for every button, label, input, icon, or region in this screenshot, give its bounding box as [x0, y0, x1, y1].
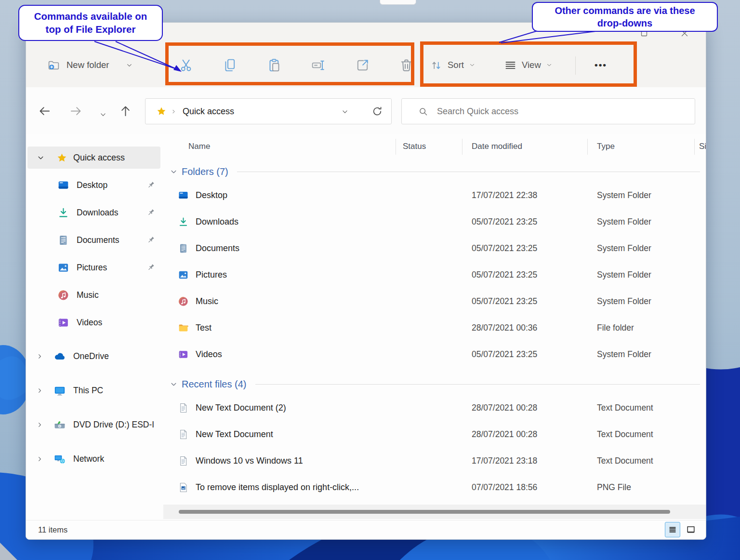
details-view-toggle[interactable] [665, 522, 680, 537]
file-row-windows-10-vs-windows-11[interactable]: Windows 10 vs Windows 1117/07/2021 23:18… [163, 448, 706, 474]
new-folder-button[interactable]: New folder [47, 54, 132, 76]
sidebar-item-videos[interactable]: Videos [26, 309, 163, 336]
textdoc-icon [178, 402, 189, 413]
back-button[interactable] [37, 104, 52, 118]
pictures-icon [178, 269, 189, 280]
file-row-to-remove-items-displayed-on-right-click[interactable]: To remove items displayed on right-click… [163, 474, 706, 501]
horizontal-scrollbar[interactable] [163, 505, 706, 519]
file-row-new-text-document-2[interactable]: New Text Document (2)28/07/2021 00:28Tex… [163, 395, 706, 421]
column-header-date-modified[interactable]: Date modified [472, 134, 522, 159]
chevron-down-icon [469, 62, 475, 68]
back-icon [38, 105, 51, 118]
callout-dropdowns: Other commands are via these drop-downs [532, 2, 718, 32]
sidebar-item-dvd-drive-d-esd-i[interactable]: DVD Drive (D:) ESD-I [26, 408, 163, 442]
see-more-button[interactable]: ••• [585, 54, 617, 76]
file-row-downloads[interactable]: Downloads05/07/2021 23:25System Folder [163, 209, 706, 235]
paste-button[interactable] [259, 53, 290, 77]
column-separator[interactable] [462, 139, 462, 155]
sidebar-item-downloads[interactable]: Downloads [26, 199, 163, 227]
cut-button[interactable] [171, 53, 201, 77]
file-row-music[interactable]: Music05/07/2021 23:25System Folder [163, 288, 706, 315]
file-name: Videos [196, 349, 222, 360]
refresh-icon [371, 106, 383, 117]
desktop-icon [178, 190, 189, 201]
chevron-down-icon [100, 111, 106, 118]
file-row-desktop[interactable]: Desktop17/07/2021 22:38System Folder [163, 182, 706, 209]
pin-icon [146, 263, 156, 272]
column-header-si[interactable]: Si [699, 134, 706, 159]
chev-right-icon [37, 387, 43, 394]
rename-button[interactable] [303, 53, 334, 77]
sidebar-item-quick-access[interactable]: Quick access [27, 147, 160, 169]
group-header[interactable]: Folders (7) [163, 161, 706, 182]
recent-locations-button[interactable] [95, 107, 111, 121]
file-date-cell: 05/07/2021 23:25 [462, 349, 587, 360]
sidebar-item-music[interactable]: Music [26, 281, 163, 309]
file-row-test[interactable]: Test28/07/2021 00:36File folder [163, 315, 706, 341]
refresh-button[interactable] [371, 105, 383, 118]
address-dropdown-button[interactable] [342, 108, 348, 115]
copy-button[interactable] [215, 53, 246, 77]
file-name: To remove items displayed on right-click… [196, 482, 359, 493]
file-date-cell: 28/07/2021 00:28 [462, 403, 587, 413]
sidebar-item-network[interactable]: Network [26, 442, 163, 476]
sort-icon [430, 59, 443, 72]
navigation-pane: Quick access DesktopDownloadsDocumentsPi… [26, 134, 163, 520]
file-row-pictures[interactable]: Pictures05/07/2021 23:25System Folder [163, 262, 706, 288]
file-name-cell: New Text Document (2) [163, 402, 462, 413]
file-row-documents[interactable]: Documents05/07/2021 23:25System Folder [163, 235, 706, 262]
sort-dropdown[interactable]: Sort [430, 54, 475, 76]
chev-right-icon [37, 456, 43, 462]
callout-text: top of File Explorer [21, 23, 160, 36]
quick-access-items: DesktopDownloadsDocumentsPicturesMusicVi… [26, 172, 163, 336]
file-name: New Text Document [196, 429, 273, 440]
address-bar[interactable]: Quick access [145, 98, 392, 124]
column-header-type[interactable]: Type [597, 134, 615, 159]
large-icons-view-toggle[interactable] [683, 522, 699, 537]
file-type-cell: System Folder [587, 270, 698, 280]
copy-icon [223, 58, 238, 73]
sidebar-item-label: Videos [77, 318, 102, 328]
delete-button[interactable] [391, 53, 422, 77]
file-name: Downloads [196, 217, 238, 227]
file-date-cell: 05/07/2021 23:25 [462, 217, 587, 227]
breadcrumb[interactable]: Quick access [183, 107, 234, 117]
sidebar-item-onedrive[interactable]: OneDrive [26, 339, 163, 373]
chevron-down-icon[interactable] [37, 154, 44, 161]
sidebar-item-pictures[interactable]: Pictures [26, 254, 163, 281]
file-explorer-window: New folder Sort View ••• [26, 22, 706, 540]
sidebar-item-desktop[interactable]: Desktop [26, 172, 163, 199]
search-input[interactable] [436, 106, 695, 117]
group-header[interactable]: Recent files (4) [163, 373, 706, 395]
column-separator[interactable] [587, 139, 588, 155]
sidebar-item-this-pc[interactable]: This PC [26, 373, 163, 408]
column-separator[interactable] [694, 139, 695, 155]
file-type-cell: System Folder [587, 190, 698, 200]
share-button[interactable] [347, 53, 378, 77]
quick-access-star-icon [156, 106, 167, 117]
share-icon [355, 58, 370, 73]
large-icons-view-icon [686, 524, 696, 535]
file-row-videos[interactable]: Videos05/07/2021 23:25System Folder [163, 341, 706, 368]
up-button[interactable] [118, 104, 133, 118]
column-header-status[interactable]: Status [403, 134, 426, 159]
sidebar-item-documents[interactable]: Documents [26, 227, 163, 254]
file-date-cell: 28/07/2021 00:28 [462, 429, 587, 440]
sidebar-item-label: Pictures [77, 263, 107, 273]
file-name-cell: Test [163, 322, 462, 333]
column-header-name[interactable]: Name [188, 134, 210, 159]
file-group-folders-7: Folders (7)Desktop17/07/2021 22:38System… [163, 161, 706, 368]
file-row-new-text-document[interactable]: New Text Document28/07/2021 00:28Text Do… [163, 421, 706, 448]
downloads-icon [178, 216, 189, 227]
column-separator[interactable] [396, 139, 396, 155]
pictures-icon [57, 262, 69, 274]
view-dropdown[interactable]: View [504, 54, 552, 76]
file-date-cell: 05/07/2021 23:25 [462, 270, 587, 280]
forward-button[interactable] [68, 104, 83, 118]
file-name: Documents [196, 243, 239, 253]
file-date-cell: 05/07/2021 23:25 [462, 243, 587, 253]
file-name-cell: Downloads [163, 216, 462, 227]
file-name-cell: Videos [163, 349, 462, 360]
sidebar-item-label: Documents [77, 235, 119, 245]
scrollbar-thumb[interactable] [179, 510, 670, 514]
